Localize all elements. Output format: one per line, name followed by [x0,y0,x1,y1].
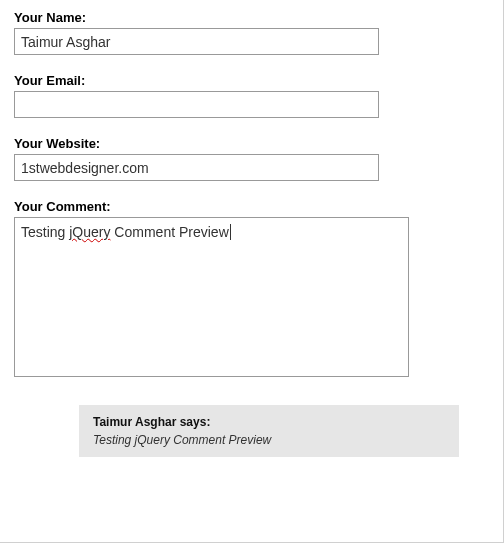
preview-author-line: Taimur Asghar says: [93,415,445,429]
comment-text-spell: jQuery [69,224,110,240]
website-label: Your Website: [14,136,489,151]
name-input[interactable] [14,28,379,55]
comment-field-group: Your Comment: Testing jQuery Comment Pre… [14,199,489,377]
name-field-group: Your Name: [14,10,489,55]
comment-textarea[interactable]: Testing jQuery Comment Preview [14,217,409,377]
preview-author-name: Taimur Asghar [93,415,176,429]
comment-text-pre: Testing [21,224,69,240]
comment-text-post: Comment Preview [110,224,228,240]
text-caret [229,224,231,240]
preview-says: says: [176,415,210,429]
website-field-group: Your Website: [14,136,489,181]
preview-comment-text: Testing jQuery Comment Preview [93,433,445,447]
comment-preview-box: Taimur Asghar says: Testing jQuery Comme… [79,405,459,457]
email-label: Your Email: [14,73,489,88]
comment-label: Your Comment: [14,199,489,214]
email-field-group: Your Email: [14,73,489,118]
name-label: Your Name: [14,10,489,25]
email-input[interactable] [14,91,379,118]
website-input[interactable] [14,154,379,181]
